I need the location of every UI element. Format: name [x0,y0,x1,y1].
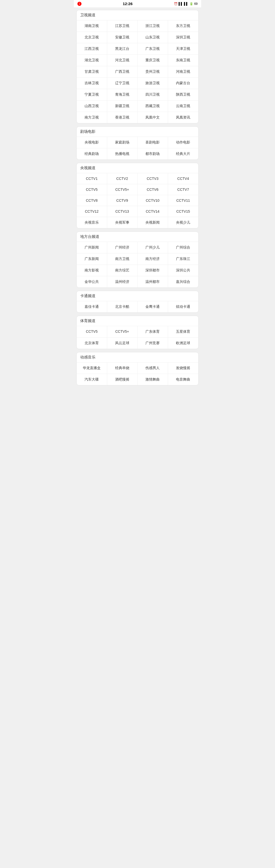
channel-cell[interactable]: 经典剧场 [77,148,107,159]
channel-cell[interactable]: 江西卫视 [77,43,107,55]
channel-cell[interactable]: CCTV7 [168,184,199,195]
channel-cell[interactable]: 凤凰中文 [138,112,168,123]
channel-cell[interactable]: 辽宁卫视 [107,78,138,89]
channel-cell[interactable]: 深圳都市 [138,265,168,276]
channel-cell[interactable]: CCTV8 [77,195,107,206]
channel-cell[interactable]: 旅游卫视 [138,78,168,89]
channel-cell[interactable]: CCTV11 [168,195,199,206]
channel-cell[interactable]: CCTV9 [107,195,138,206]
channel-cell[interactable]: 宁夏卫视 [77,89,107,100]
channel-cell[interactable]: 经典大片 [168,148,199,159]
channel-cell[interactable]: 深圳公共 [168,265,199,276]
channel-cell[interactable]: 金鹰卡通 [138,301,168,312]
channel-cell[interactable]: 广州少儿 [138,242,168,253]
channel-cell[interactable]: CCTV5 [77,326,107,338]
channel-cell[interactable]: 南方影视 [77,265,107,276]
channel-cell[interactable]: 青海卫视 [107,89,138,100]
channel-cell[interactable]: 嘉佳卡通 [77,301,107,312]
channel-cell[interactable]: CCTV2 [107,173,138,184]
channel-cell[interactable]: CCTV10 [138,195,168,206]
channel-cell[interactable]: 喜剧电影 [138,137,168,148]
channel-cell[interactable]: 凤凰资讯 [168,112,199,123]
channel-cell[interactable]: 云南卫视 [168,100,199,112]
channel-cell[interactable]: 欧洲足球 [168,338,199,349]
channel-cell[interactable]: 山东卫视 [138,32,168,43]
channel-cell[interactable]: 北京卡酷 [107,301,138,312]
channel-cell[interactable]: 南方综艺 [107,265,138,276]
channel-cell[interactable]: 华龙直播盒 [77,363,107,374]
channel-cell[interactable]: 风云足球 [107,338,138,349]
channel-cell[interactable]: 广东珠江 [168,253,199,265]
channel-cell[interactable]: 电音舞曲 [168,374,199,385]
channel-cell[interactable]: 央视电影 [77,137,107,148]
channel-cell[interactable]: 央视新闻 [138,217,168,228]
channel-cell[interactable]: 北京体育 [77,338,107,349]
channel-cell[interactable]: CCTV5+ [107,184,138,195]
channel-cell[interactable]: 内蒙古台 [168,78,199,89]
channel-cell[interactable]: 广州新闻 [77,242,107,253]
channel-cell[interactable]: 陕西卫视 [168,89,199,100]
channel-cell[interactable]: 央视军事 [107,217,138,228]
channel-cell[interactable]: 河北卫视 [107,55,138,66]
channel-cell[interactable]: 安徽卫视 [107,32,138,43]
channel-cell[interactable]: 湖北卫视 [77,55,107,66]
channel-cell[interactable]: 南方卫视 [77,112,107,123]
channel-cell[interactable]: CCTV14 [138,206,168,217]
channel-cell[interactable]: 央视少儿 [168,217,199,228]
channel-cell[interactable]: 山西卫视 [77,100,107,112]
channel-cell[interactable]: 嘉兴综合 [168,276,199,287]
channel-cell[interactable]: 河南卫视 [168,66,199,78]
channel-cell[interactable]: 吉林卫视 [77,78,107,89]
channel-cell[interactable]: 深圳卫视 [168,32,199,43]
channel-cell[interactable]: 东方卫视 [168,20,199,32]
channel-cell[interactable]: 炫动卡通 [168,301,199,312]
channel-cell[interactable]: 发烧慢摇 [168,363,199,374]
channel-cell[interactable]: 温州都市 [138,276,168,287]
channel-cell[interactable]: 伤感男人 [138,363,168,374]
channel-cell[interactable]: CCTV5+ [107,326,138,338]
channel-cell[interactable]: 新疆卫视 [107,100,138,112]
channel-cell[interactable]: 浙江卫视 [138,20,168,32]
channel-cell[interactable]: 激情舞曲 [138,374,168,385]
channel-cell[interactable]: 湖南卫视 [77,20,107,32]
channel-cell[interactable]: 天津卫视 [168,43,199,55]
channel-cell[interactable]: 黑龙江台 [107,43,138,55]
channel-cell[interactable]: 甘肃卫视 [77,66,107,78]
channel-cell[interactable]: 广州综合 [168,242,199,253]
channel-cell[interactable]: 汽车大碟 [77,374,107,385]
channel-cell[interactable]: 广州经济 [107,242,138,253]
channel-cell[interactable]: CCTV1 [77,173,107,184]
channel-cell[interactable]: 北京卫视 [77,32,107,43]
channel-cell[interactable]: 经典串烧 [107,363,138,374]
channel-cell[interactable]: CCTV4 [168,173,199,184]
channel-cell[interactable]: 都市剧场 [138,148,168,159]
channel-cell[interactable]: 动作电影 [168,137,199,148]
channel-cell[interactable]: 温州经济 [107,276,138,287]
channel-cell[interactable]: CCTV5 [77,184,107,195]
channel-cell[interactable]: 家庭剧场 [107,137,138,148]
channel-cell[interactable]: 贵州卫视 [138,66,168,78]
channel-cell[interactable]: 南方卫视 [107,253,138,265]
channel-cell[interactable]: 江苏卫视 [107,20,138,32]
channel-cell[interactable]: 重庆卫视 [138,55,168,66]
channel-cell[interactable]: 西藏卫视 [138,100,168,112]
channel-cell[interactable]: 广州竞赛 [138,338,168,349]
channel-cell[interactable]: CCTV13 [107,206,138,217]
channel-cell[interactable]: 金华公共 [77,276,107,287]
channel-cell[interactable]: CCTV12 [77,206,107,217]
channel-cell[interactable]: 广东卫视 [138,43,168,55]
channel-cell[interactable]: 广东新闻 [77,253,107,265]
channel-cell[interactable]: 广东体育 [138,326,168,338]
channel-cell[interactable]: CCTV15 [168,206,199,217]
channel-cell[interactable]: CCTV3 [138,173,168,184]
channel-cell[interactable]: 五星体育 [168,326,199,338]
channel-cell[interactable]: 广西卫视 [107,66,138,78]
channel-cell[interactable]: 南方经济 [138,253,168,265]
channel-cell[interactable]: 四川卫视 [138,89,168,100]
channel-cell[interactable]: CCTV6 [138,184,168,195]
channel-cell[interactable]: 香港卫视 [107,112,138,123]
channel-cell[interactable]: 央视音乐 [77,217,107,228]
channel-cell[interactable]: 酒吧慢摇 [107,374,138,385]
channel-cell[interactable]: 东南卫视 [168,55,199,66]
channel-cell[interactable]: 热播电视 [107,148,138,159]
